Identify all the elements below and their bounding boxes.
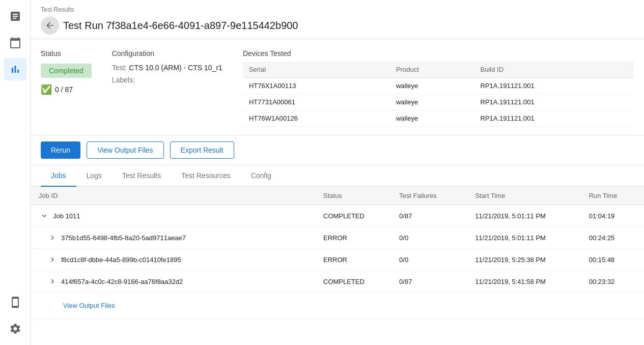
job-status: COMPLETED bbox=[315, 271, 391, 293]
device-serial: HT76W1A00126 bbox=[243, 110, 390, 127]
table-row: 414f657a-4c0c-42c8-9166-aa76f8aa32d2 COM… bbox=[31, 271, 644, 293]
config-test-row: Test: CTS 10.0 (ARM) - CTS 10_r1 bbox=[112, 64, 222, 72]
job-id-cell: 414f657a-4c0c-42c8-9166-aa76f8aa32d2 bbox=[31, 271, 315, 293]
device-serial: HT76X1A00113 bbox=[243, 78, 390, 94]
device-serial: HT7731A00061 bbox=[243, 94, 390, 110]
jobs-table: Job ID Status Test Failures Start Time R… bbox=[31, 187, 644, 319]
device-product: walleye bbox=[390, 78, 474, 94]
job-test-failures: 0/0 bbox=[391, 227, 467, 249]
expand-button[interactable] bbox=[47, 254, 58, 265]
config-test-key: Test: bbox=[112, 64, 127, 72]
job-start-time: 11/21/2019, 5:41:58 PM bbox=[467, 271, 581, 293]
sidebar-item-plans[interactable] bbox=[4, 5, 26, 27]
check-circle-icon: ✅ bbox=[41, 84, 52, 95]
back-button[interactable] bbox=[41, 16, 59, 35]
col-job-id: Job ID bbox=[31, 187, 315, 205]
tab-test-results[interactable]: Test Results bbox=[112, 165, 171, 187]
job-run-time: 00:24:25 bbox=[581, 227, 644, 249]
device-product: walleye bbox=[390, 110, 474, 127]
config-block: Configuration Test: CTS 10.0 (ARM) - CTS… bbox=[112, 49, 222, 127]
devices-row: HT76X1A00113 walleye RP1A.191121.001 bbox=[243, 78, 634, 94]
devices-col-serial: Serial bbox=[243, 62, 390, 78]
job-start-time: 11/21/2019, 5:01:11 PM bbox=[467, 205, 581, 227]
devices-col-build: Build ID bbox=[474, 62, 634, 78]
col-start-time: Start Time bbox=[467, 187, 581, 205]
device-build: RP1A.191121.001 bbox=[474, 78, 634, 94]
tabs-bar: JobsLogsTest ResultsTest ResourcesConfig bbox=[31, 165, 644, 187]
job-status: COMPLETED bbox=[315, 205, 391, 227]
config-test-val: CTS 10.0 (ARM) - CTS 10_r1 bbox=[129, 64, 222, 72]
title-row: Test Run 7f38a1e4-6e66-4091-a897-9e11544… bbox=[41, 16, 634, 35]
sidebar-item-settings[interactable] bbox=[4, 318, 26, 340]
tab-jobs[interactable]: Jobs bbox=[41, 165, 76, 187]
page-title: Test Run 7f38a1e4-6e66-4091-a897-9e11544… bbox=[63, 20, 298, 32]
sidebar-item-results[interactable] bbox=[4, 58, 26, 80]
view-output-row: View Output Files bbox=[31, 293, 644, 319]
col-run-time: Run Time bbox=[581, 187, 644, 205]
job-id-cell: Job 1011 bbox=[31, 205, 315, 227]
pass-count: ✅ 0 / 87 bbox=[41, 84, 92, 95]
devices-col-product: Product bbox=[390, 62, 474, 78]
tab-test-resources[interactable]: Test Resources bbox=[171, 165, 240, 187]
job-test-failures: 0/87 bbox=[391, 205, 467, 227]
job-run-time: 00:23:32 bbox=[581, 271, 644, 293]
pass-count-value: 0 / 87 bbox=[55, 85, 73, 94]
expand-button[interactable] bbox=[39, 210, 50, 221]
jobs-section: Job ID Status Test Failures Start Time R… bbox=[31, 187, 644, 345]
status-block: Status Completed ✅ 0 / 87 bbox=[41, 49, 92, 127]
job-run-time: 01:04:19 bbox=[581, 205, 644, 227]
job-id-value: 414f657a-4c0c-42c8-9166-aa76f8aa32d2 bbox=[61, 278, 183, 285]
table-row: 375b1d55-6498-4fb5-8a20-5ad9711aeae7 ERR… bbox=[31, 227, 644, 249]
devices-block: Devices Tested Serial Product Build ID H… bbox=[243, 49, 634, 127]
expand-button[interactable] bbox=[47, 276, 58, 287]
devices-row: HT76W1A00126 walleye RP1A.191121.001 bbox=[243, 110, 634, 127]
col-status: Status bbox=[315, 187, 391, 205]
export-button[interactable]: Export Result bbox=[170, 141, 234, 159]
actions-bar: Rerun View Output Files Export Result bbox=[31, 135, 644, 165]
job-test-failures: 0/0 bbox=[391, 249, 467, 271]
job-id-value: 375b1d55-6498-4fb5-8a20-5ad9711aeae7 bbox=[61, 234, 186, 242]
job-run-time: 00:15:48 bbox=[581, 249, 644, 271]
rerun-button[interactable]: Rerun bbox=[41, 141, 80, 159]
job-id-value: Job 1011 bbox=[53, 212, 80, 220]
main-content: Test Results Test Run 7f38a1e4-6e66-4091… bbox=[31, 0, 644, 345]
job-status: ERROR bbox=[315, 249, 391, 271]
device-product: walleye bbox=[390, 94, 474, 110]
job-id-value: f8cd1c8f-dbbe-44a5-899b-c01410fe1895 bbox=[61, 256, 181, 264]
tab-logs[interactable]: Logs bbox=[76, 165, 112, 187]
info-section: Status Completed ✅ 0 / 87 Configuration … bbox=[31, 39, 644, 135]
config-labels-row: Labels: bbox=[112, 76, 222, 84]
view-output-button[interactable]: View Output Files bbox=[87, 141, 163, 159]
job-start-time: 11/21/2019, 5:25:38 PM bbox=[467, 249, 581, 271]
device-build: RP1A.191121.001 bbox=[474, 94, 634, 110]
config-labels-key: Labels: bbox=[112, 76, 135, 84]
tab-config[interactable]: Config bbox=[241, 165, 282, 187]
header: Test Results Test Run 7f38a1e4-6e66-4091… bbox=[31, 0, 644, 39]
config-label: Configuration bbox=[112, 49, 222, 58]
devices-label: Devices Tested bbox=[243, 49, 634, 58]
expand-button[interactable] bbox=[47, 232, 58, 243]
devices-row: HT7731A00061 walleye RP1A.191121.001 bbox=[243, 94, 634, 110]
device-build: RP1A.191121.001 bbox=[474, 110, 634, 127]
job-start-time: 11/21/2019, 5:01:11 PM bbox=[467, 227, 581, 249]
sidebar-item-devices[interactable] bbox=[4, 291, 26, 313]
job-test-failures: 0/87 bbox=[391, 271, 467, 293]
sidebar-item-schedules[interactable] bbox=[4, 32, 26, 54]
col-test-failures: Test Failures bbox=[391, 187, 467, 205]
table-row: f8cd1c8f-dbbe-44a5-899b-c01410fe1895 ERR… bbox=[31, 249, 644, 271]
table-row: Job 1011 COMPLETED 0/87 11/21/2019, 5:01… bbox=[31, 205, 644, 227]
job-id-cell: f8cd1c8f-dbbe-44a5-899b-c01410fe1895 bbox=[31, 249, 315, 271]
sidebar bbox=[0, 0, 31, 345]
status-badge: Completed bbox=[41, 64, 92, 78]
job-status: ERROR bbox=[315, 227, 391, 249]
devices-table: Serial Product Build ID HT76X1A00113 wal… bbox=[243, 62, 634, 127]
breadcrumb: Test Results bbox=[41, 6, 634, 13]
view-output-link[interactable]: View Output Files bbox=[39, 298, 636, 313]
status-label: Status bbox=[41, 49, 92, 58]
job-id-cell: 375b1d55-6498-4fb5-8a20-5ad9711aeae7 bbox=[31, 227, 315, 249]
